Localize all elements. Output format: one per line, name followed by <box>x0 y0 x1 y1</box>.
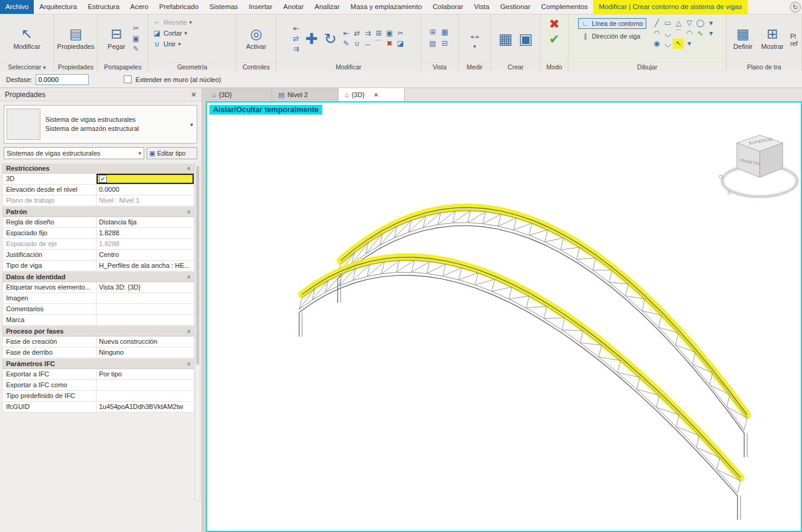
tool-pick-icon[interactable]: ↖ <box>673 39 684 49</box>
tool-offset-icon[interactable]: ⇉ <box>363 28 373 38</box>
tool-array-icon[interactable]: ⊞ <box>374 28 384 38</box>
collapse-icon[interactable]: ∧ <box>186 328 191 334</box>
ribbon-tab-estructura[interactable]: Estructura <box>82 0 124 14</box>
tool-arcseg-icon[interactable]: ⌒ <box>673 28 684 39</box>
tool-dropdown-icon[interactable]: ▾ <box>684 39 695 49</box>
rotate-icon[interactable]: ↻ <box>322 31 339 46</box>
offset-icon[interactable]: ⇉ <box>291 44 301 54</box>
collapse-icon[interactable]: ∧ <box>186 209 191 215</box>
ribbon-tab-arquitectura[interactable]: Arquitectura <box>34 0 82 14</box>
view-tab-Nivel2[interactable]: ▤Nivel 2 <box>272 88 339 101</box>
ribbon-tab-gestionar[interactable]: Gestionar <box>495 0 536 14</box>
ribbon-tab-masa-y-emplazamiento[interactable]: Masa y emplazamiento <box>345 0 427 14</box>
tool-line-icon[interactable]: ╱ <box>651 18 662 28</box>
unir-button[interactable]: ∪ Unir ▾ <box>150 39 234 49</box>
measure-button[interactable]: ↔ ▾ <box>465 26 485 51</box>
tool-measure-icon[interactable]: ↔ <box>363 39 373 48</box>
type-selector-caret-icon[interactable]: ▾ <box>190 108 194 141</box>
cutoff-button[interactable]: Pl ref <box>789 30 797 47</box>
ribbon-tab-anotar[interactable]: Anotar <box>278 0 309 14</box>
prop-row[interactable]: Plano de trabajoNivel : Nivel 1 <box>2 195 194 206</box>
prop-row[interactable]: Exportar a IFC como <box>2 380 194 391</box>
tool-arcseg-icon[interactable]: ⌒ <box>374 39 384 48</box>
checkbox-3d[interactable]: ✔ <box>99 175 107 183</box>
finish-edit-mode-button[interactable]: ✔ <box>549 32 560 46</box>
section-header[interactable]: Proceso por fases∧ <box>2 326 194 337</box>
prop-row[interactable]: Etiquetar nuevos elemento...Vista 3D: {3… <box>2 282 194 293</box>
tool-arcu-icon[interactable]: ◡ <box>662 28 673 39</box>
tool-dropdown-icon[interactable]: ▾ <box>705 18 716 28</box>
ribbon-tab-sistemas[interactable]: Sistemas <box>204 0 243 14</box>
prop-row[interactable]: Tipo de vigaH_Perfiles de ala ancha : HE… <box>2 261 194 271</box>
properties-close-icon[interactable]: ✕ <box>191 90 197 99</box>
tool-scissors-icon[interactable]: ✂ <box>395 28 406 38</box>
collapse-icon[interactable]: ∧ <box>186 274 191 280</box>
tool-mirror-icon[interactable]: ⇄ <box>352 28 362 38</box>
tool-tridown-icon[interactable]: ▽ <box>684 18 695 28</box>
prop-row[interactable]: Exportar a IFCPor tipo <box>2 369 194 380</box>
collapse-icon[interactable]: ∧ <box>186 165 191 171</box>
collapse-icon[interactable]: ∧ <box>186 361 191 367</box>
close-view-icon[interactable]: ✕ <box>374 92 378 98</box>
viewcube[interactable]: S O SUPERIOR FRONTAL <box>718 128 802 206</box>
ribbon-cycle-icon[interactable]: ↻ <box>790 2 801 13</box>
view-close-icon[interactable]: ⊟ <box>440 39 450 48</box>
paste-button[interactable]: ⊟ Pegar <box>104 25 128 51</box>
view-sheet-icon[interactable]: ▤ <box>428 39 438 48</box>
compass-south-label[interactable]: S <box>727 189 731 195</box>
ribbon-tab-vista[interactable]: Vista <box>469 0 495 14</box>
compass-west-label[interactable]: O <box>719 174 723 180</box>
prop-row[interactable]: Espaciado de eje1.8288 <box>2 239 194 250</box>
prop-row[interactable]: Fase de creaciónNueva construcción <box>2 337 194 347</box>
prop-row[interactable]: Elevación desde el nivel0.0000 <box>2 185 194 195</box>
prop-row[interactable]: Fase de derriboNinguno <box>2 347 194 358</box>
prop-row[interactable]: Espaciado fijo1.8288 <box>2 228 194 239</box>
section-header[interactable]: Datos de identidad∧ <box>2 271 194 282</box>
ribbon-tab-prefabricado[interactable]: Prefabricado <box>154 0 204 14</box>
tool-arc-icon[interactable]: ◠ <box>684 28 695 39</box>
ribbon-tab-insertar[interactable]: Insertar <box>243 0 278 14</box>
properties-scrollbar[interactable] <box>195 163 200 501</box>
tool-join-icon[interactable]: ∪ <box>352 39 362 48</box>
move-icon[interactable]: ✚ <box>304 31 320 46</box>
tool-align-icon[interactable]: ⇤ <box>341 28 351 38</box>
view-tab-3D[interactable]: ⌂{3D} <box>206 88 272 101</box>
prop-row[interactable]: 3D✔ <box>2 174 194 185</box>
panel-label-seleccionar[interactable]: Seleccionar ▾ <box>0 62 54 71</box>
tool-cutgeo-icon[interactable]: ◪ <box>395 39 406 48</box>
copy-icon[interactable]: ▣ <box>131 34 141 43</box>
align-icon[interactable]: ⇤ <box>291 24 301 33</box>
tool-circle-icon[interactable]: ◯ <box>695 18 705 28</box>
definir-button[interactable]: ▦ Definir <box>730 25 756 51</box>
activate-button[interactable]: ◎ Activar <box>243 25 270 51</box>
recorte-button[interactable]: ⌐ Recorte ▾ <box>150 17 234 27</box>
cortar-button[interactable]: ◪ Cortar ▾ <box>150 28 234 38</box>
properties-button[interactable]: ▤ Propiedades <box>54 25 98 51</box>
create-similar-icon[interactable]: ▣ <box>517 31 535 46</box>
extend-wall-checkbox[interactable] <box>124 75 132 83</box>
ribbon-tab-complementos[interactable]: Complementos <box>536 0 593 14</box>
beam-direction-button[interactable]: ∥ Dirección de viga <box>578 31 647 42</box>
offset-input[interactable] <box>36 74 89 85</box>
view-grid-icon[interactable]: ⊞ <box>428 27 438 37</box>
tool-arc-icon[interactable]: ◠ <box>651 28 662 39</box>
prop-row[interactable]: Comentarios <box>2 304 194 315</box>
section-header[interactable]: Patrón∧ <box>2 206 194 217</box>
prop-row[interactable]: IfcGUID1u454poA1Ddh3BVktAM2tw <box>2 402 194 413</box>
mirror-icon[interactable]: ⇄ <box>291 34 301 43</box>
boundary-line-button[interactable]: ∟ Línea de contorno <box>578 18 647 29</box>
tool-eye-icon[interactable]: ◉ <box>651 39 662 49</box>
section-header[interactable]: Restricciones∧ <box>2 163 194 174</box>
match-properties-icon[interactable]: ✎ <box>131 44 141 54</box>
modify-button[interactable]: ↖ Modificar <box>10 25 43 51</box>
prop-row[interactable]: JustificaciónCentro <box>2 250 194 261</box>
ribbon-tab-archivo[interactable]: Archivo <box>0 0 34 14</box>
section-header[interactable]: Parámetros IFC∧ <box>2 358 194 369</box>
ribbon-tab-colaborar[interactable]: Colaborar <box>427 0 469 14</box>
mostrar-button[interactable]: ⊞ Mostrar <box>758 25 786 51</box>
tool-arcu-icon[interactable]: ◡ <box>662 39 673 49</box>
cut-clipboard-icon[interactable]: ✂ <box>131 24 141 33</box>
prop-row[interactable]: Regla de diseñoDistancia fija <box>2 217 194 228</box>
tool-brush-icon[interactable]: ✎ <box>341 39 351 48</box>
edit-type-button[interactable]: ▣ Editar tipo <box>147 147 197 159</box>
